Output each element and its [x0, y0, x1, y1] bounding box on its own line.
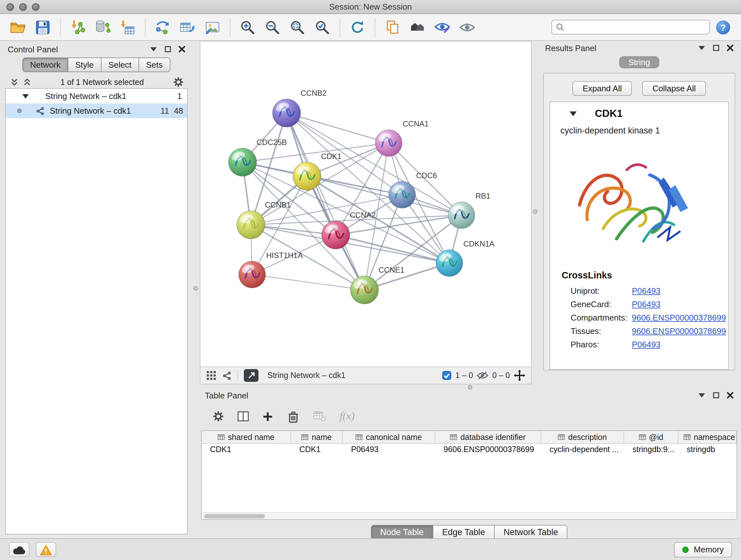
panel-menu-icon[interactable] [698, 45, 705, 51]
toolbar-zoom-selected-button[interactable] [311, 16, 334, 39]
toolbar-zoom-out-button[interactable] [261, 16, 284, 39]
delete-column-trash-icon[interactable] [286, 410, 300, 423]
network-node-CCNA1[interactable] [375, 130, 402, 157]
tab-style[interactable]: Style [68, 57, 102, 72]
column-header-name[interactable]: name [291, 431, 343, 443]
float-panel-icon[interactable] [165, 46, 171, 52]
window-close-button[interactable] [6, 3, 14, 11]
column-header-canonical-name[interactable]: canonical name [343, 431, 435, 443]
network-edge-CCNE1-HIST1H1A[interactable] [252, 274, 364, 290]
close-panel-icon[interactable] [727, 45, 733, 51]
splitter-handle[interactable] [533, 209, 537, 214]
table-cell[interactable]: 9606.ENSP00000378699 [435, 444, 541, 456]
crosslink-value-link[interactable]: 9606.ENSP00000378699 [632, 313, 726, 322]
network-share-icon[interactable] [222, 371, 232, 380]
collection-expander-icon[interactable] [22, 93, 29, 99]
panel-menu-icon[interactable] [698, 393, 705, 398]
network-node-CCNE1[interactable] [350, 276, 379, 304]
selected-checkbox-icon[interactable] [443, 371, 452, 380]
horizontal-scrollbar[interactable] [202, 512, 736, 518]
network-canvas[interactable]: CCNB2CCNA1CDC25BCDK1CDC6RB1CCNB1CCNA2CDK… [200, 42, 531, 367]
table-cell[interactable]: P06493 [343, 444, 435, 456]
scrollbar-thumb[interactable] [204, 514, 265, 518]
column-header-description[interactable]: description [541, 431, 624, 443]
search-input[interactable] [567, 23, 705, 32]
network-edge-CCNB2-CCNE1[interactable] [286, 113, 364, 290]
network-node-CCNA2[interactable] [322, 221, 350, 249]
expand-all-button[interactable]: Expand All [572, 81, 632, 96]
toolbar-zoom-in-button[interactable] [236, 16, 259, 39]
show-columns-icon[interactable] [238, 411, 249, 422]
toolbar-documents-button[interactable] [381, 16, 404, 39]
fit-content-crosshair-icon[interactable] [514, 370, 525, 381]
table-cell[interactable]: cyclin-dependent ... [541, 444, 624, 456]
close-panel-icon[interactable] [179, 46, 185, 52]
crosslink-value-link[interactable]: 9606.ENSP00000378699 [632, 326, 726, 336]
column-header-namespace[interactable]: namespace [678, 431, 737, 443]
table-row[interactable]: CDK1CDK1P064939606.ENSP00000378699cyclin… [202, 444, 737, 456]
tab-edge-table[interactable]: Edge Table [433, 525, 495, 540]
crosslink-value-link[interactable]: P06493 [632, 340, 661, 349]
birdseye-grid-icon[interactable] [206, 370, 216, 381]
tab-network-table[interactable]: Network Table [495, 525, 568, 540]
collapse-all-button[interactable]: Collapse All [643, 81, 706, 96]
warnings-button[interactable] [36, 542, 56, 557]
open-in-window-button[interactable] [244, 369, 259, 382]
toolbar-hide-graphics-button[interactable] [431, 16, 454, 39]
toolbar-import-table-button[interactable] [116, 16, 139, 39]
toolbar-export-image-button[interactable] [201, 16, 224, 39]
splitter-handle[interactable] [193, 286, 198, 291]
network-edge-CCNB2-CCNA1[interactable] [286, 113, 389, 143]
toolbar-help-button[interactable]: ? [712, 16, 735, 39]
collapse-tree-icon[interactable] [10, 78, 18, 86]
toolbar-import-network-database-button[interactable] [91, 16, 114, 39]
network-edge-CDC6-CDC25B[interactable] [243, 162, 402, 195]
splitter-handle[interactable] [468, 385, 472, 389]
network-node-RB1[interactable] [448, 202, 475, 229]
add-column-icon[interactable] [262, 411, 273, 422]
tab-node-table[interactable]: Node Table [370, 525, 433, 540]
hidden-eye-slash-icon[interactable] [477, 371, 488, 380]
network-node-CDK1[interactable] [293, 162, 321, 190]
string-results-tab[interactable]: String [619, 56, 660, 68]
delete-table-icon[interactable] [313, 411, 326, 422]
network-row[interactable]: String Network – cdk1 11 48 [6, 104, 187, 118]
protein-expander-icon[interactable] [569, 111, 577, 117]
toolbar-export-table-button[interactable] [176, 16, 199, 39]
window-zoom-button[interactable] [32, 3, 40, 11]
function-builder-button[interactable]: f(x) [340, 410, 354, 423]
table-options-gear-icon[interactable] [212, 411, 224, 422]
panel-menu-icon[interactable] [150, 47, 157, 52]
table-cell[interactable]: CDK1 [202, 444, 291, 456]
float-panel-icon[interactable] [713, 45, 719, 51]
expand-tree-icon[interactable] [23, 78, 31, 86]
window-minimize-button[interactable] [19, 3, 27, 11]
column-header-shared-name[interactable]: shared name [202, 431, 291, 443]
table-cell[interactable]: stringdb:9... [624, 444, 678, 456]
column-header-database-identifier[interactable]: database identifier [435, 431, 541, 443]
network-node-CCNB2[interactable] [273, 99, 300, 127]
toolbar-show-graphics-button[interactable] [456, 16, 479, 39]
tab-sets[interactable]: Sets [139, 57, 171, 72]
toolbar-network-arrows-button[interactable] [151, 16, 174, 39]
network-node-HIST1H1A[interactable] [239, 261, 266, 288]
network-node-CDKN1A[interactable] [436, 250, 463, 276]
column-header--id[interactable]: @id [624, 431, 678, 443]
network-collection-row[interactable]: String Network – cdk1 1 [6, 89, 187, 104]
table-cell[interactable]: CDK1 [291, 444, 343, 456]
network-options-gear-icon[interactable] [173, 77, 184, 87]
memory-button[interactable]: Memory [674, 542, 732, 557]
crosslink-value-link[interactable]: P06493 [632, 300, 661, 309]
toolbar-import-network-file-button[interactable] [66, 16, 89, 39]
tab-network[interactable]: Network [22, 57, 68, 72]
toolbar-save-button[interactable] [31, 16, 54, 39]
toolbar-search[interactable] [551, 20, 710, 35]
network-node-CDC6[interactable] [389, 181, 415, 208]
toolbar-zoom-fit-button[interactable] [286, 16, 309, 39]
toolbar-refresh-button[interactable] [346, 16, 369, 39]
close-panel-icon[interactable] [727, 392, 733, 398]
crosslink-value-link[interactable]: P06493 [632, 286, 661, 296]
table-cell[interactable]: stringdb [678, 444, 737, 456]
toolbar-home-button[interactable] [406, 16, 429, 39]
cloud-status-button[interactable] [9, 542, 29, 557]
